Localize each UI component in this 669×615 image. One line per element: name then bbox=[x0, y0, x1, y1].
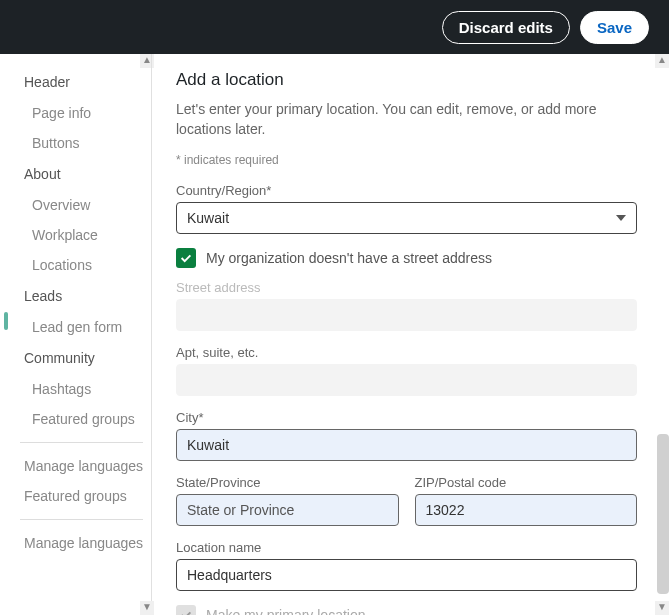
sidebar-item-featured-groups[interactable]: Featured groups bbox=[20, 404, 151, 434]
divider bbox=[20, 442, 143, 443]
field-apt: Apt, suite, etc. bbox=[176, 345, 637, 396]
sidebar-item-overview[interactable]: Overview bbox=[20, 190, 151, 220]
country-select[interactable]: Kuwait bbox=[176, 202, 637, 234]
sidebar-group-about[interactable]: About bbox=[20, 158, 151, 190]
required-note: * indicates required bbox=[176, 153, 637, 167]
sidebar-item-locations[interactable]: Locations bbox=[20, 250, 151, 280]
locname-label: Location name bbox=[176, 540, 637, 555]
field-state: State/Province bbox=[176, 475, 399, 526]
sidebar-item-page-info[interactable]: Page info bbox=[20, 98, 151, 128]
country-value: Kuwait bbox=[187, 210, 229, 226]
state-input[interactable] bbox=[176, 494, 399, 526]
primary-label: Make my primary location bbox=[206, 607, 366, 615]
zip-input[interactable] bbox=[415, 494, 638, 526]
field-street: Street address bbox=[176, 280, 637, 331]
chevron-down-icon bbox=[616, 215, 626, 221]
sidebar-item-workplace[interactable]: Workplace bbox=[20, 220, 151, 250]
sidebar-group-header[interactable]: Header bbox=[20, 66, 151, 98]
main-scroll-down[interactable]: ▼ bbox=[655, 601, 669, 615]
city-label: City* bbox=[176, 410, 637, 425]
check-icon bbox=[179, 608, 193, 615]
sidebar-item-featured-groups-2[interactable]: Featured groups bbox=[20, 481, 151, 511]
state-label: State/Province bbox=[176, 475, 399, 490]
primary-checkbox bbox=[176, 605, 196, 615]
no-street-label: My organization doesn't have a street ad… bbox=[206, 250, 492, 266]
apt-label: Apt, suite, etc. bbox=[176, 345, 637, 360]
sidebar-item-buttons[interactable]: Buttons bbox=[20, 128, 151, 158]
apt-input[interactable] bbox=[176, 364, 637, 396]
main-panel: Add a location Let's enter your primary … bbox=[152, 54, 669, 615]
field-city: City* bbox=[176, 410, 637, 461]
field-location-name: Location name bbox=[176, 540, 637, 591]
city-input[interactable] bbox=[176, 429, 637, 461]
sidebar-item-hashtags[interactable]: Hashtags bbox=[20, 374, 151, 404]
country-label: Country/Region* bbox=[176, 183, 637, 198]
no-street-checkbox[interactable] bbox=[176, 248, 196, 268]
sidebar-item-manage-languages[interactable]: Manage languages bbox=[20, 451, 151, 481]
sidebar: Header Page info Buttons About Overview … bbox=[4, 54, 152, 615]
sidebar-item-manage-languages-2[interactable]: Manage languages bbox=[20, 528, 151, 558]
top-bar: Discard edits Save bbox=[0, 0, 669, 54]
primary-checkbox-row: Make my primary location bbox=[176, 605, 637, 615]
discard-button[interactable]: Discard edits bbox=[442, 11, 570, 44]
no-street-checkbox-row: My organization doesn't have a street ad… bbox=[176, 248, 637, 268]
main-scroll-up[interactable]: ▲ bbox=[655, 54, 669, 68]
field-zip: ZIP/Postal code bbox=[415, 475, 638, 526]
field-country: Country/Region* Kuwait bbox=[176, 183, 637, 234]
zip-label: ZIP/Postal code bbox=[415, 475, 638, 490]
locname-input[interactable] bbox=[176, 559, 637, 591]
page-subtitle: Let's enter your primary location. You c… bbox=[176, 100, 637, 139]
sidebar-item-leadgen[interactable]: Lead gen form bbox=[20, 312, 151, 342]
sidebar-group-community[interactable]: Community bbox=[20, 342, 151, 374]
street-input bbox=[176, 299, 637, 331]
page-title: Add a location bbox=[176, 70, 637, 90]
main-scrollbar[interactable] bbox=[657, 434, 669, 594]
sidebar-group-leads[interactable]: Leads bbox=[20, 280, 151, 312]
street-label: Street address bbox=[176, 280, 637, 295]
divider bbox=[20, 519, 143, 520]
save-button[interactable]: Save bbox=[580, 11, 649, 44]
check-icon bbox=[179, 251, 193, 265]
active-indicator bbox=[4, 312, 8, 330]
